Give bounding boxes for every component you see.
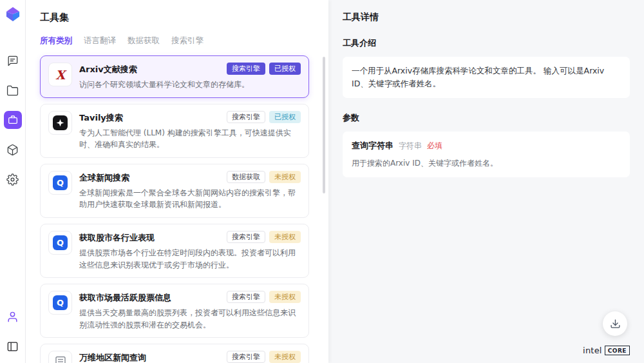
tool-card[interactable]: Q 获取股市各行业表现 搜索引擎 未授权 提供股票市场各个行业在特定时间段内的表…	[40, 224, 309, 278]
tool-card[interactable]: X Arxiv文献搜索 搜索引擎 已授权 访问各个研究领域大量科学论文和文章的存…	[40, 55, 309, 98]
param-required-badge: 必填	[427, 140, 442, 152]
tab-data-fetch[interactable]: 数据获取	[128, 35, 160, 46]
tool-title: 万维地区新闻查询	[79, 351, 227, 363]
juhe-icon: Q	[53, 295, 68, 310]
tab-search-engine[interactable]: 搜索引擎	[171, 35, 204, 46]
param-name: 查询字符串	[352, 139, 393, 153]
tool-title: 获取市场最活跃股票信息	[79, 291, 227, 304]
auth-status-badge: 未授权	[269, 351, 301, 363]
param-type: 字符串	[399, 140, 422, 152]
category-badge: 搜索引擎	[227, 291, 265, 303]
tool-list: X Arxiv文献搜索 搜索引擎 已授权 访问各个研究领域大量科学论文和文章的存…	[40, 55, 309, 363]
tool-title: Tavily搜索	[79, 111, 227, 124]
tool-title: 全球新闻搜索	[79, 171, 227, 184]
intro-text: 一个用于从Arxiv存储库搜索科学论文和文章的工具。 输入可以是Arxiv ID…	[352, 66, 604, 88]
user-icon[interactable]	[4, 308, 22, 326]
toolset-title: 工具集	[40, 12, 314, 24]
tool-title: 获取股市各行业表现	[79, 231, 227, 244]
tool-description: 访问各个研究领域大量科学论文和文章的存储库。	[79, 79, 301, 91]
auth-status-badge: 已授权	[269, 63, 301, 75]
tool-description: 专为人工智能代理 (LLM) 构建的搜索引擎工具，可快速提供实时、准确和真实的结…	[79, 127, 301, 151]
auth-status-badge: 未授权	[269, 231, 301, 243]
tab-all-categories[interactable]: 所有类别	[40, 35, 72, 46]
app-window: 工具集 所有类别 语言翻译 数据获取 搜索引擎 X Arxiv文献搜索 搜索引擎…	[0, 0, 644, 363]
app-logo	[6, 6, 20, 25]
download-button[interactable]	[603, 311, 627, 336]
briefcase-icon[interactable]	[4, 111, 22, 129]
tab-language-translation[interactable]: 语言翻译	[84, 35, 116, 46]
tool-card[interactable]: Q 获取市场最活跃股票信息 搜索引擎 未授权 提供当天交易量最高的股票列表，投资…	[40, 284, 309, 338]
details-title: 工具详情	[343, 12, 630, 23]
intel-text: intel	[583, 346, 602, 355]
tool-icon: Q	[48, 231, 72, 255]
scrollbar-thumb[interactable]	[323, 57, 325, 193]
tool-icon: Q	[48, 171, 72, 195]
tool-title: Arxiv文献搜索	[79, 63, 227, 75]
juhe-icon: Q	[53, 235, 68, 250]
core-text: CORE	[605, 346, 630, 355]
intro-card: 一个用于从Arxiv存储库搜索科学论文和文章的工具。 输入可以是Arxiv ID…	[343, 57, 630, 98]
chat-icon[interactable]	[4, 52, 22, 70]
tool-description: 提供当天交易量最高的股票列表，投资者可以利用这些信息来识别流动性强的股票和潜在的…	[79, 307, 301, 331]
news-icon	[54, 355, 67, 363]
tool-card[interactable]: Q 全球新闻搜索 数据获取 未授权 全球新闻搜索是一个聚合全球各大新闻网站内容的…	[40, 164, 309, 218]
params-title: 参数	[343, 112, 630, 124]
gear-icon[interactable]	[4, 170, 22, 188]
tool-icon: Q	[48, 291, 72, 315]
tool-card[interactable]: 万维地区新闻查询 搜索引擎 未授权 查询具体行政区划内的新闻，快速了解各地新闻动	[40, 344, 309, 363]
icon-sidebar	[0, 0, 26, 363]
category-badge: 数据获取	[227, 171, 265, 183]
category-badge: 搜索引擎	[227, 111, 265, 123]
tavily-icon	[53, 115, 68, 130]
category-badge: 搜索引擎	[227, 351, 265, 363]
download-icon	[610, 319, 621, 329]
category-badge: 搜索引擎	[227, 231, 265, 243]
auth-status-badge: 未授权	[269, 291, 301, 303]
category-badge: 搜索引擎	[227, 63, 265, 75]
panel-toggle-icon[interactable]	[4, 337, 22, 355]
tool-details-panel: 工具详情 工具介绍 一个用于从Arxiv存储库搜索科学论文和文章的工具。 输入可…	[328, 0, 644, 363]
tool-icon: X	[48, 63, 72, 86]
intel-core-logo: intel CORE	[583, 346, 630, 355]
auth-status-badge: 未授权	[269, 171, 301, 183]
auth-status-badge: 已授权	[269, 111, 301, 123]
tool-icon	[48, 111, 72, 135]
param-description: 用于搜索的Arxiv ID、关键字或作者姓名。	[352, 157, 621, 170]
param-card: 查询字符串 字符串 必填 用于搜索的Arxiv ID、关键字或作者姓名。	[343, 132, 630, 177]
tool-description: 提供股票市场各个行业在特定时间段内的表现。投资者可以利用这些信息来识别表现优于或…	[79, 247, 301, 271]
arxiv-icon: X	[55, 68, 65, 82]
tool-icon	[48, 351, 72, 363]
category-tabs: 所有类别 语言翻译 数据获取 搜索引擎	[40, 35, 314, 46]
tool-description: 全球新闻搜索是一个聚合全球各大新闻网站内容的搜索引擎，帮助用户快速获取全球最新资…	[79, 187, 301, 211]
package-icon[interactable]	[4, 141, 22, 159]
tool-card[interactable]: Tavily搜索 搜索引擎 已授权 专为人工智能代理 (LLM) 构建的搜索引擎…	[40, 104, 309, 158]
juhe-icon: Q	[53, 175, 68, 190]
folder-icon[interactable]	[4, 81, 22, 99]
intro-title: 工具介绍	[343, 37, 630, 49]
toolset-panel: 工具集 所有类别 语言翻译 数据获取 搜索引擎 X Arxiv文献搜索 搜索引擎…	[26, 0, 328, 363]
